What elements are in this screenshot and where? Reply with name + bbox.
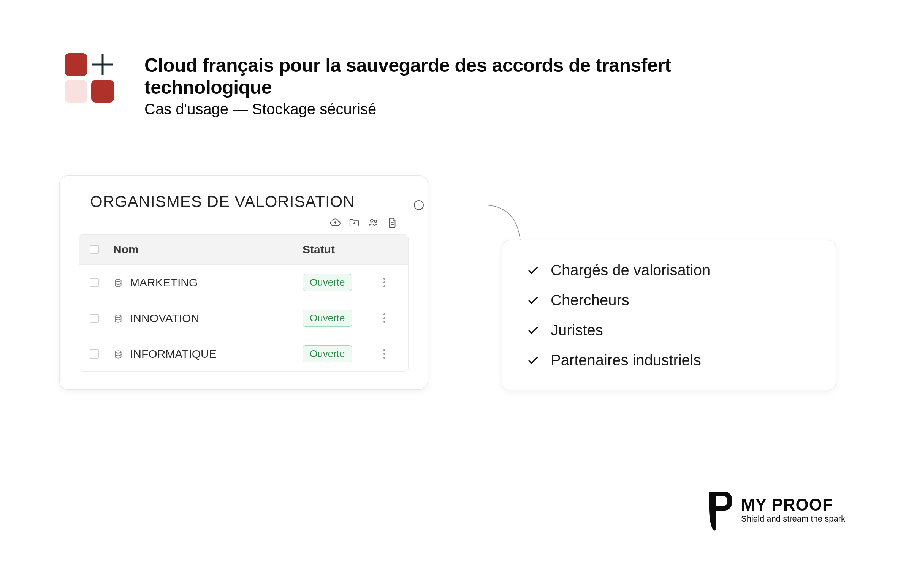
database-icon <box>113 313 123 323</box>
check-icon <box>526 323 540 337</box>
svg-point-0 <box>370 219 373 222</box>
role-label: Chargés de valorisation <box>551 262 710 279</box>
file-icon[interactable] <box>386 217 398 230</box>
role-item: Partenaires industriels <box>526 352 811 369</box>
row-checkbox[interactable] <box>90 278 99 287</box>
users-icon[interactable] <box>367 217 379 230</box>
rooms-table: Nom Statut MARKETING Ouverte INNOVATION <box>79 234 408 372</box>
status-badge: Ouverte <box>303 274 352 291</box>
panel-toolbar <box>79 215 408 234</box>
table-header: Nom Statut <box>79 235 408 265</box>
plus-icon <box>89 51 116 78</box>
row-menu-button[interactable] <box>381 347 388 361</box>
role-item: Juristes <box>526 322 811 339</box>
check-icon <box>526 264 540 277</box>
row-checkbox[interactable] <box>90 314 99 323</box>
page-subtitle: Cas d'usage — Stockage sécurisé <box>144 100 791 118</box>
organismes-panel: ORGANISMES DE VALORISATION Nom Statut <box>59 175 428 390</box>
table-row[interactable]: INFORMATIQUE Ouverte <box>79 336 408 371</box>
folder-plus-icon[interactable] <box>348 217 360 230</box>
row-menu-button[interactable] <box>381 311 388 325</box>
role-item: Chargés de valorisation <box>526 262 811 279</box>
table-row[interactable]: INNOVATION Ouverte <box>79 300 408 336</box>
svg-point-3 <box>115 315 121 317</box>
check-icon <box>526 294 540 307</box>
page-title: Cloud français pour la sauvegarde des ac… <box>144 55 791 98</box>
select-all-checkbox[interactable] <box>90 245 99 254</box>
app-logo <box>65 53 121 110</box>
cloud-upload-icon[interactable] <box>330 217 341 230</box>
brand-name: MY PROOF <box>741 496 845 513</box>
database-icon <box>113 278 123 288</box>
svg-point-4 <box>115 351 121 353</box>
row-checkbox[interactable] <box>90 349 99 359</box>
roles-panel: Chargés de valorisation Chercheurs Juris… <box>502 240 836 390</box>
header: Cloud français pour la sauvegarde des ac… <box>65 53 791 118</box>
room-name: INFORMATIQUE <box>130 347 217 360</box>
column-header-status[interactable]: Statut <box>303 243 371 256</box>
role-label: Juristes <box>551 322 603 339</box>
brand-tagline: Shield and stream the spark <box>741 514 845 524</box>
role-label: Partenaires industriels <box>551 352 701 369</box>
status-badge: Ouverte <box>303 345 352 362</box>
svg-point-2 <box>115 279 121 282</box>
role-label: Chercheurs <box>551 292 629 309</box>
database-icon <box>113 349 123 359</box>
status-badge: Ouverte <box>303 309 352 327</box>
room-name: INNOVATION <box>130 312 199 325</box>
shield-icon <box>705 489 735 531</box>
panel-title: ORGANISMES DE VALORISATION <box>79 193 408 211</box>
row-menu-button[interactable] <box>381 276 388 290</box>
footer-brand: MY PROOF Shield and stream the spark <box>705 489 845 531</box>
table-row[interactable]: MARKETING Ouverte <box>79 265 408 300</box>
role-item: Chercheurs <box>526 292 811 309</box>
svg-point-1 <box>374 220 376 222</box>
check-icon <box>526 354 540 367</box>
column-header-name[interactable]: Nom <box>113 243 303 256</box>
room-name: MARKETING <box>130 276 198 289</box>
